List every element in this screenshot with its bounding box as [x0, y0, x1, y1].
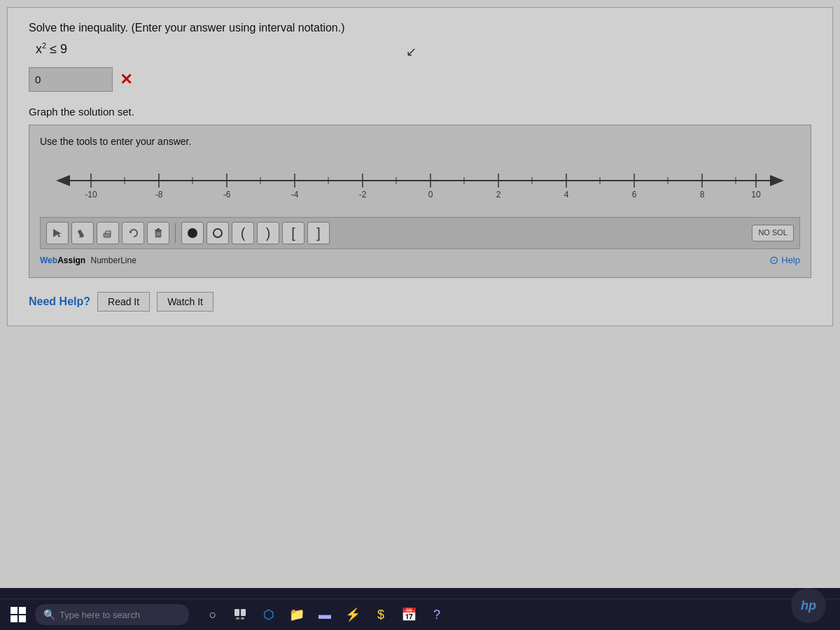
svg-rect-39 [106, 231, 111, 234]
webassign-footer: WebAssign NumberLine ⊙ Help [40, 253, 800, 267]
svg-text:8: 8 [700, 190, 705, 200]
need-help-row: Need Help? Read It Watch It [29, 292, 811, 312]
inequality-display: x2 ≤ 9 [36, 41, 811, 57]
graph-tool-area: Use the tools to enter your answer. -10 [29, 125, 811, 278]
right-paren-tool-btn[interactable]: ) [257, 222, 279, 244]
no-solution-btn[interactable]: NO SOL [752, 225, 794, 241]
pencil-tool-btn[interactable] [71, 222, 94, 244]
svg-marker-35 [53, 229, 62, 237]
svg-rect-49 [234, 609, 239, 616]
svg-text:4: 4 [564, 190, 569, 200]
svg-text:-2: -2 [359, 190, 367, 200]
svg-text:10: 10 [751, 190, 761, 200]
taskbar-cortana-icon[interactable]: ○ [200, 602, 225, 627]
right-bracket-tool-btn[interactable]: ] [307, 222, 330, 244]
graph-section-title: Graph the solution set. [29, 106, 811, 118]
svg-text:6: 6 [632, 190, 637, 200]
watch-it-button[interactable]: Watch It [157, 292, 214, 312]
svg-point-47 [188, 228, 197, 238]
svg-point-48 [214, 229, 222, 237]
svg-text:-4: -4 [291, 190, 299, 200]
taskbar-file-icon[interactable]: 📁 [284, 602, 309, 627]
answer-input[interactable] [29, 67, 113, 92]
search-icon: 🔍 [43, 609, 55, 620]
left-bracket-tool-btn[interactable]: [ [282, 222, 304, 244]
svg-text:-8: -8 [155, 190, 163, 200]
taskbar-dollar-icon[interactable]: $ [368, 602, 393, 627]
windows-icon [10, 607, 26, 622]
svg-marker-2 [770, 175, 784, 186]
svg-text:-10: -10 [85, 190, 97, 200]
toolbar: ( ) [ ] NO SOL [40, 217, 800, 249]
hp-logo: hp [791, 588, 826, 623]
arrow-tool-btn[interactable] [46, 222, 69, 244]
search-input[interactable] [59, 610, 181, 620]
svg-text:-6: -6 [223, 190, 231, 200]
start-button[interactable] [6, 602, 31, 627]
number-line-svg[interactable]: -10 -8 -6 -4 -2 0 [47, 161, 793, 203]
svg-rect-36 [78, 230, 85, 238]
svg-rect-50 [241, 609, 246, 616]
toolbar-separator-1 [175, 223, 176, 243]
svg-rect-42 [155, 230, 162, 231]
tool-instruction: Use the tools to enter your answer. [40, 136, 800, 147]
taskbar-browser-icon[interactable]: ⬡ [256, 602, 281, 627]
left-paren-tool-btn[interactable]: ( [232, 222, 254, 244]
trash-tool-btn[interactable] [147, 222, 169, 244]
taskbar-center-icons: ○ ⬡ 📁 ▬ ⚡ $ 📅 ? [200, 602, 449, 627]
help-link[interactable]: ⊙ Help [769, 253, 800, 267]
svg-rect-51 [236, 617, 239, 620]
open-circle-tool-btn[interactable] [206, 222, 229, 244]
wrong-mark: ✕ [120, 71, 132, 89]
eraser-tool-btn[interactable] [97, 222, 119, 244]
svg-text:0: 0 [428, 190, 433, 200]
taskbar-calendar-icon[interactable]: 📅 [396, 602, 421, 627]
svg-rect-52 [241, 617, 244, 620]
taskbar-unknown1-icon[interactable]: ⚡ [340, 602, 365, 627]
problem-title: Solve the inequality. (Enter your answer… [29, 22, 811, 34]
svg-text:2: 2 [496, 190, 501, 200]
filled-circle-tool-btn[interactable] [181, 222, 204, 244]
taskbar-search[interactable]: 🔍 [35, 604, 189, 625]
webassign-logo: WebAssign NumberLine [40, 255, 136, 265]
answer-row: ✕ [29, 67, 811, 92]
taskbar-help-icon[interactable]: ? [424, 602, 449, 627]
taskbar-taskview-icon[interactable] [228, 602, 253, 627]
undo-tool-btn[interactable] [122, 222, 144, 244]
need-help-label: Need Help? [29, 295, 90, 308]
read-it-button[interactable]: Read It [97, 292, 150, 312]
svg-rect-43 [157, 228, 160, 230]
svg-marker-37 [79, 235, 80, 238]
number-line-container: -10 -8 -6 -4 -2 0 [47, 161, 793, 203]
taskbar-mail-icon[interactable]: ▬ [312, 602, 337, 627]
taskbar: 🔍 ○ ⬡ 📁 ▬ ⚡ $ 📅 ? [0, 598, 840, 630]
